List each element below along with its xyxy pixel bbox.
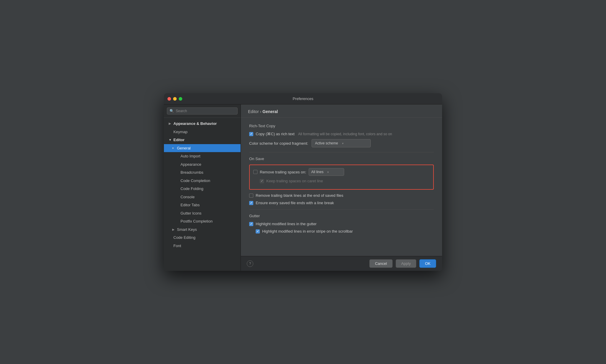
copy-rich-text-label: Copy (⌘C) as rich text — [256, 132, 294, 136]
breadcrumb-current: General — [262, 109, 278, 114]
dropdown-arrow-icon: ▾ — [342, 142, 367, 145]
divider-2 — [249, 209, 434, 210]
sidebar-item-label: Editor Tabs — [180, 202, 200, 208]
color-scheme-dropdown[interactable]: Active scheme ▾ — [312, 139, 371, 147]
help-button[interactable]: ? — [247, 260, 253, 267]
sidebar-item-general[interactable]: ▾ General — [164, 144, 241, 152]
sidebar-item-label: Postfix Completion — [180, 218, 212, 224]
arrow-icon: ▶ — [169, 121, 173, 126]
breadcrumb-text: Editor › General — [248, 109, 278, 114]
on-save-section-label: On Save — [249, 157, 434, 161]
sidebar-item-code-folding[interactable]: Code Folding — [164, 185, 241, 193]
sidebar-item-gutter-icons[interactable]: Gutter Icons — [164, 209, 241, 218]
footer-buttons: Cancel Apply OK — [369, 259, 436, 268]
sidebar-item-label: Gutter Icons — [180, 210, 202, 216]
sidebar-item-label: General — [177, 145, 191, 151]
color-scheme-row: Color scheme for copied fragment: Active… — [249, 139, 434, 147]
settings-body: Rich-Text Copy Copy (⌘C) as rich text Al… — [241, 118, 442, 256]
sidebar-item-editor[interactable]: ▼ Editor — [164, 136, 241, 144]
sidebar-item-auto-import[interactable]: Auto Import — [164, 152, 241, 160]
sidebar-item-keymap[interactable]: Keymap — [164, 128, 241, 136]
sidebar-item-appearance[interactable]: Appearance — [164, 160, 241, 169]
remove-trailing-row: Remove trailing spaces on: All lines ▾ — [253, 168, 430, 176]
sidebar-item-label: Font — [173, 243, 181, 249]
sidebar-item-breadcrumbs[interactable]: Breadcrumbs — [164, 168, 241, 177]
sidebar-item-label: Auto Import — [180, 153, 200, 159]
highlight-modified-row: Highlight modified lines in the gutter — [249, 222, 434, 226]
trailing-spaces-dropdown[interactable]: All lines ▾ — [309, 168, 344, 176]
dropdown-arrow-icon: ▾ — [327, 170, 341, 174]
copy-rich-text-row: Copy (⌘C) as rich text All formatting wi… — [249, 132, 434, 136]
arrow-icon — [176, 195, 180, 199]
arrow-icon — [176, 186, 180, 191]
search-input[interactable] — [176, 109, 235, 113]
rich-text-copy-section-label: Rich-Text Copy — [249, 124, 434, 128]
color-scheme-value: Active scheme — [315, 141, 340, 145]
footer-left: ? — [247, 260, 253, 267]
apply-button[interactable]: Apply — [396, 259, 417, 268]
minimize-button[interactable] — [173, 97, 177, 101]
arrow-icon — [169, 244, 173, 248]
remove-trailing-checkbox[interactable] — [253, 170, 257, 174]
footer: ? Cancel Apply OK — [241, 256, 442, 271]
arrow-icon: ▶ — [172, 227, 176, 232]
window-controls — [167, 97, 182, 101]
ok-button[interactable]: OK — [419, 259, 436, 268]
remove-blank-lines-row: Remove trailing blank lines at the end o… — [249, 193, 434, 198]
sidebar-item-postfix-completion[interactable]: Postfix Completion — [164, 217, 241, 226]
sidebar-item-label: Keymap — [173, 129, 188, 135]
sidebar-item-editor-tabs[interactable]: Editor Tabs — [164, 201, 241, 209]
preferences-window: Preferences 🔍 ▶ Appearance & Behavior Ke… — [164, 93, 442, 271]
highlight-error-stripe-label: Highlight modified lines in error stripe… — [262, 229, 353, 233]
close-button[interactable] — [167, 97, 171, 101]
arrow-icon — [169, 130, 173, 134]
sidebar-item-code-editing[interactable]: Code Editing — [164, 233, 241, 242]
maximize-button[interactable] — [179, 97, 182, 101]
sidebar: 🔍 ▶ Appearance & Behavior Keymap ▼ Edito… — [164, 104, 241, 271]
sidebar-item-label: Console — [180, 194, 195, 200]
keep-trailing-row: Keep trailing spaces on caret line — [260, 179, 430, 183]
cancel-button[interactable]: Cancel — [369, 259, 392, 268]
arrow-icon — [176, 219, 180, 223]
ensure-line-break-checkbox[interactable] — [249, 201, 253, 205]
arrow-icon — [176, 211, 180, 215]
main-content: Editor › General Rich-Text Copy Copy (⌘C… — [241, 104, 442, 271]
copy-rich-text-hint: All formatting will be copied, including… — [298, 132, 392, 136]
sidebar-item-label: Editor — [173, 137, 185, 143]
arrow-icon — [176, 178, 180, 183]
remove-blank-lines-label: Remove trailing blank lines at the end o… — [256, 193, 343, 198]
sidebar-item-label: Code Editing — [173, 235, 195, 241]
sidebar-item-label: Appearance — [180, 162, 201, 167]
copy-checkbox-wrap: Copy (⌘C) as rich text All formatting wi… — [249, 132, 392, 136]
search-icon: 🔍 — [170, 109, 174, 113]
divider-1 — [249, 152, 434, 152]
keep-trailing-label: Keep trailing spaces on caret line — [266, 179, 323, 183]
highlight-box: Remove trailing spaces on: All lines ▾ K… — [249, 165, 434, 190]
sidebar-item-label: Code Folding — [180, 186, 203, 192]
ensure-line-break-row: Ensure every saved file ends with a line… — [249, 201, 434, 205]
arrow-icon — [176, 162, 180, 167]
window-title: Preferences — [293, 96, 313, 101]
copy-rich-text-checkbox[interactable] — [249, 132, 253, 136]
sidebar-item-console[interactable]: Console — [164, 193, 241, 201]
sidebar-item-smart-keys[interactable]: ▶ Smart Keys — [164, 226, 241, 234]
sidebar-item-appearance-behavior[interactable]: ▶ Appearance & Behavior — [164, 120, 241, 128]
sidebar-item-label: Breadcrumbs — [180, 170, 203, 175]
arrow-icon: ▼ — [169, 138, 173, 142]
sidebar-item-code-completion[interactable]: Code Completion — [164, 177, 241, 185]
color-scheme-label: Color scheme for copied fragment: — [249, 141, 308, 146]
search-wrap[interactable]: 🔍 — [167, 107, 238, 115]
keep-trailing-checkbox[interactable] — [260, 179, 264, 183]
breadcrumb-separator: › — [260, 109, 262, 114]
highlight-error-stripe-row: Highlight modified lines in error stripe… — [256, 229, 434, 233]
arrow-icon — [176, 170, 180, 175]
titlebar: Preferences — [164, 93, 442, 104]
highlight-modified-checkbox[interactable] — [249, 222, 253, 226]
sidebar-item-font[interactable]: Font — [164, 242, 241, 250]
highlight-error-stripe-checkbox[interactable] — [256, 229, 260, 233]
breadcrumb: Editor › General — [241, 104, 442, 118]
trailing-spaces-value: All lines — [311, 170, 325, 174]
content-area: 🔍 ▶ Appearance & Behavior Keymap ▼ Edito… — [164, 104, 442, 271]
remove-blank-lines-checkbox[interactable] — [249, 194, 253, 198]
sidebar-item-label: Code Completion — [180, 178, 210, 184]
